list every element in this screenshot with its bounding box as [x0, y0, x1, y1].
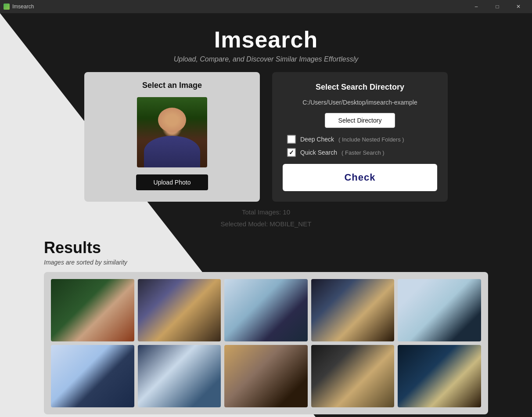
- deep-check-row: Deep Check ( Include Nested Folders ): [287, 135, 404, 144]
- result-image-3[interactable]: [224, 279, 308, 341]
- deep-check-label: Deep Check: [300, 136, 334, 143]
- directory-path: C:/Users/User/Desktop/imsearch-example: [302, 99, 417, 106]
- quick-search-secondary: ( Faster Search ): [341, 149, 385, 156]
- stats-section: Total Images: 10 Selected Model: MOBILE_…: [0, 206, 532, 230]
- result-image-1[interactable]: [51, 279, 134, 341]
- results-section: Results Images are sorted by similarity: [0, 239, 532, 414]
- deep-check-checkbox[interactable]: [287, 135, 296, 144]
- checkbox-group: Deep Check ( Include Nested Folders ) Qu…: [283, 135, 404, 157]
- minimize-button[interactable]: –: [466, 0, 486, 13]
- result-image-4[interactable]: [311, 279, 395, 341]
- app-subtitle: Upload, Compare, and Discover Similar Im…: [0, 55, 532, 63]
- left-panel-title: Select an Image: [142, 81, 202, 90]
- close-button[interactable]: ✕: [508, 0, 528, 13]
- result-image-7[interactable]: [138, 345, 221, 407]
- titlebar-left: Imsearch: [4, 4, 34, 10]
- quick-search-checkbox[interactable]: [287, 148, 296, 157]
- result-image-6[interactable]: [51, 345, 134, 407]
- header: Imsearch Upload, Compare, and Discover S…: [0, 13, 532, 72]
- uploaded-photo: [137, 97, 207, 167]
- quick-search-row: Quick Search ( Faster Search ): [287, 148, 404, 157]
- titlebar-controls: – □ ✕: [466, 0, 528, 13]
- selected-model-stat: Selected Model: MOBILE_NET: [0, 218, 532, 230]
- titlebar: Imsearch – □ ✕: [0, 0, 532, 13]
- app-title: Imsearch: [0, 26, 532, 53]
- image-preview: [137, 97, 207, 167]
- quick-search-label: Quick Search: [300, 149, 337, 156]
- deep-check-secondary: ( Include Nested Folders ): [338, 136, 404, 143]
- panels: Select an Image Upload Photo Select Sear…: [0, 72, 532, 202]
- result-image-9[interactable]: [311, 345, 395, 407]
- results-subtitle: Images are sorted by similarity: [44, 259, 488, 266]
- right-panel-title: Select Search Directory: [316, 83, 404, 92]
- left-panel: Select an Image Upload Photo: [84, 72, 260, 202]
- right-panel: Select Search Directory C:/Users/User/De…: [272, 72, 448, 202]
- upload-photo-button[interactable]: Upload Photo: [136, 174, 208, 190]
- select-directory-button[interactable]: Select Directory: [325, 113, 395, 128]
- maximize-button[interactable]: □: [487, 0, 507, 13]
- check-button[interactable]: Check: [283, 164, 437, 191]
- result-image-10[interactable]: [398, 345, 481, 407]
- result-image-2[interactable]: [138, 279, 221, 341]
- results-title: Results: [44, 239, 488, 257]
- titlebar-title: Imsearch: [12, 4, 34, 10]
- total-images-stat: Total Images: 10: [0, 206, 532, 218]
- app-icon: [4, 4, 10, 10]
- image-grid: [44, 272, 488, 414]
- main-content: Imsearch Upload, Compare, and Discover S…: [0, 13, 532, 417]
- result-image-5[interactable]: [398, 279, 481, 341]
- result-image-8[interactable]: [224, 345, 308, 407]
